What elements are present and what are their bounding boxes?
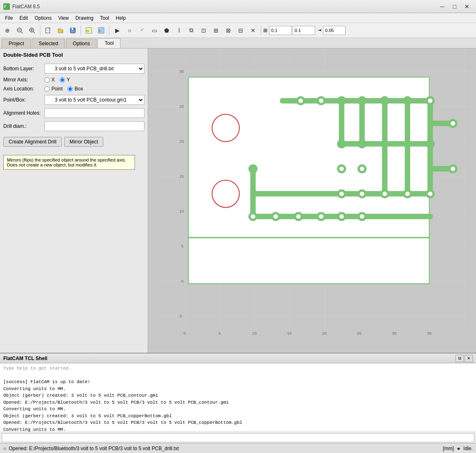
svg-line-4	[21, 32, 23, 33]
snap-button[interactable]: ⊠	[223, 25, 234, 36]
tcl-output[interactable]: Type help to get started. [success] Flat…	[0, 363, 476, 432]
units-indicator: [mm]	[443, 446, 454, 451]
tab-selected[interactable]: Selected	[32, 39, 65, 48]
polygon-tool-button[interactable]: ⬟	[161, 25, 172, 36]
tcl-shell: FlatCAM TCL Shell ⧉ ✕ Type help to get s…	[0, 353, 476, 443]
move-button[interactable]: ⊡	[198, 25, 209, 36]
mirror-axis-y-option[interactable]: Y	[60, 77, 70, 83]
excellon-button[interactable]: E	[95, 25, 107, 36]
menu-view[interactable]: View	[55, 14, 72, 23]
open-button[interactable]	[55, 25, 66, 36]
axis-location-box-radio[interactable]	[67, 86, 73, 92]
tab-tool[interactable]: Tool	[98, 38, 121, 48]
mirror-axis-options: X Y	[44, 77, 70, 83]
menu-options[interactable]: Options	[31, 14, 55, 23]
tcl-input[interactable]	[2, 433, 474, 442]
svg-text:E: E	[99, 29, 101, 33]
minimize-button[interactable]: ─	[437, 1, 448, 12]
clear-button[interactable]: ✕	[247, 25, 259, 36]
axis-location-box-option[interactable]: Box	[67, 86, 83, 92]
svg-point-96	[360, 192, 364, 196]
menu-file[interactable]: File	[2, 14, 16, 23]
svg-point-105	[296, 214, 301, 219]
mirror-axis-x-option[interactable]: X	[44, 77, 55, 83]
axis-location-point-option[interactable]: Point	[44, 86, 63, 92]
tabs-bar: Project Selected Options Tool	[0, 38, 476, 49]
path-tool-button[interactable]: ⌇	[173, 25, 185, 36]
svg-text:5: 5	[218, 331, 221, 335]
tooltip-text: Mirrors (flips) the specified object aro…	[7, 157, 126, 167]
app-icon: F	[3, 3, 10, 10]
svg-text:0: 0	[181, 279, 183, 283]
mirror-axis-x-radio[interactable]	[44, 77, 50, 83]
point-box-row: Point/Box: 3 volt to 5 volt PCB_contour.…	[3, 95, 144, 105]
svg-point-108	[360, 214, 364, 219]
svg-rect-14	[71, 31, 75, 32]
svg-text:25: 25	[179, 104, 184, 109]
svg-point-92	[383, 192, 387, 196]
gerber-button[interactable]: G	[83, 25, 95, 36]
menu-tool[interactable]: Tool	[97, 14, 112, 23]
join-button[interactable]: ⊞	[210, 25, 222, 36]
point-box-select[interactable]: 3 volt to 5 volt PCB_contour.gm1	[44, 95, 144, 105]
mirror-axis-y-radio[interactable]	[60, 77, 65, 83]
axis-location-point-radio[interactable]	[44, 86, 50, 92]
mirror-axis-label: Mirror Axis:	[3, 77, 44, 83]
menu-drawing[interactable]: Drawing	[72, 14, 97, 23]
svg-text:35: 35	[427, 331, 432, 335]
main-content: Double-Sided PCB Tool Bottom Layer: 3 vo…	[0, 49, 476, 353]
tcl-close-button[interactable]: ✕	[464, 355, 473, 362]
drill-diam-input[interactable]	[44, 121, 144, 131]
svg-text:-5: -5	[179, 314, 182, 318]
tcl-line-2: Converting units to MM.	[3, 386, 473, 393]
svg-text:G: G	[86, 29, 89, 33]
arc-tool-button[interactable]: ◜	[136, 25, 148, 36]
statusbar: ○ Opened: E:/Projects/Bluetooth/3 volt t…	[0, 443, 476, 453]
svg-rect-13	[72, 28, 73, 30]
new-project-button[interactable]	[42, 25, 54, 36]
close-button[interactable]: ✕	[461, 1, 473, 12]
bottom-layer-row: Bottom Layer: 3 volt to 5 volt PCB_drill…	[3, 64, 144, 74]
svg-point-95	[339, 192, 344, 196]
menu-edit[interactable]: Edit	[16, 14, 31, 23]
svg-text:20: 20	[179, 139, 184, 143]
status-text: Opened: E:/Projects/Bluetooth/3 volt to …	[9, 446, 443, 451]
zoom-fit-button[interactable]: ⊕	[2, 25, 13, 36]
tab-options[interactable]: Options	[66, 39, 97, 48]
svg-point-94	[428, 192, 432, 196]
zoom-in-button[interactable]	[26, 25, 38, 36]
svg-text:10: 10	[179, 209, 184, 213]
tcl-undock-button[interactable]: ⧉	[455, 355, 464, 362]
copy-button[interactable]: ⧉	[186, 25, 197, 36]
circle-tool-button[interactable]: ○	[124, 25, 135, 36]
snap2-button[interactable]: ⊟	[235, 25, 246, 36]
canvas-area[interactable]: 30 25 20 15 10 5 0 -5 0 5 10 15 20 25 30…	[148, 49, 476, 353]
tcl-line-3: Object (gerber) created: 3 volt to 5 vol…	[3, 392, 473, 399]
zoom-out-button[interactable]	[14, 25, 26, 36]
point-box-label: Point/Box:	[3, 97, 44, 103]
grid-y-input[interactable]	[293, 26, 315, 35]
select-tool-button[interactable]: ▶	[111, 25, 123, 36]
tcl-shell-title: FlatCAM TCL Shell	[3, 356, 455, 361]
bottom-layer-select[interactable]: 3 volt to 5 volt PCB_drill.txt	[44, 64, 144, 74]
tab-project[interactable]: Project	[2, 39, 31, 48]
maximize-button[interactable]: □	[449, 1, 460, 12]
svg-text:30: 30	[179, 69, 184, 74]
idle-status: Idle.	[463, 446, 473, 451]
axis-location-options: Point Box	[44, 86, 83, 92]
tcl-line-7: Opened: E:/Projects/Bluetooth/3 volt to …	[3, 419, 473, 426]
alignment-holes-input[interactable]	[44, 108, 144, 118]
toolbar: ⊕ G E ▶ ○ ◜ ▭ ⬟ ⌇ ⧉ ⊡ ⊞ ⊠ ⊟ ✕ ⊞ ⇥	[0, 23, 476, 38]
create-alignment-drill-button[interactable]: Create Alignment Drill	[3, 137, 62, 147]
grid-x-input[interactable]	[269, 26, 292, 35]
tcl-line-6: Object (gerber) created: 3 volt to 5 vol…	[3, 413, 473, 420]
menu-help[interactable]: Help	[112, 14, 129, 23]
mirror-object-button[interactable]: Mirror Object	[64, 137, 103, 147]
svg-rect-118	[188, 237, 429, 238]
save-button[interactable]	[67, 25, 79, 36]
snap-dist-input[interactable]	[323, 26, 346, 35]
svg-text:15: 15	[179, 174, 184, 178]
tcl-shell-header: FlatCAM TCL Shell ⧉ ✕	[0, 354, 476, 363]
mirror-object-tooltip: Mirrors (flips) the specified object aro…	[3, 155, 135, 170]
rect-tool-button[interactable]: ▭	[149, 25, 160, 36]
